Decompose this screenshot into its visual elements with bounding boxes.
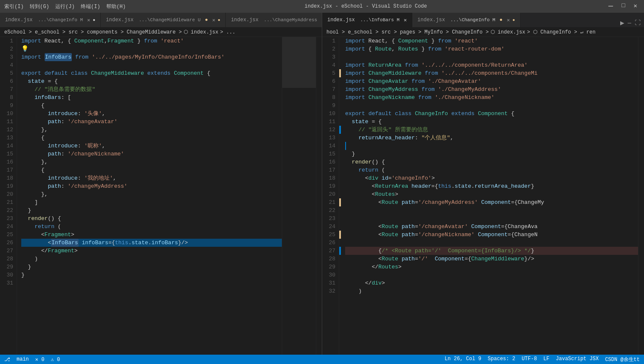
code-line: } xyxy=(345,150,638,158)
breadcrumb-sep: > ⬡ ChangeInfo > ↵ ren xyxy=(527,29,596,35)
code-line: ] xyxy=(21,198,282,206)
minimize-btn[interactable]: ─ xyxy=(606,2,616,11)
app-container: 索引(I) 转到(G) 运行(J) 终端(I) 帮助(H) index.jsx … xyxy=(0,0,644,364)
code-line: path: '/changeMyAddress' xyxy=(21,182,282,190)
window-controls[interactable]: ─ □ ✕ xyxy=(606,2,640,11)
code-line: <ReturnArea header={this.state.returnAre… xyxy=(345,182,638,190)
tab-path: ...\ChangeMiddleware U xyxy=(136,17,201,23)
code-line: } xyxy=(21,263,282,271)
breadcrumb-file: ⬡ index.jsx xyxy=(184,29,218,35)
language-mode: JavaScript JSX xyxy=(556,356,599,363)
code-line: import React, { Component } from 'react' xyxy=(345,37,638,45)
git-branch-icon: ⎇ xyxy=(4,356,10,363)
play-icon[interactable]: ▶ xyxy=(620,19,624,27)
tab-changemiddleware[interactable]: index.jsx ...\ChangeMiddleware U ● ✕ xyxy=(101,13,226,27)
git-branch-label: main xyxy=(17,356,29,362)
code-line: introduce: '昵称', xyxy=(21,142,282,150)
editor-split: index.jsx ...\ChangeInfo M ✕ index.jsx .… xyxy=(0,13,644,364)
split-icon[interactable]: — xyxy=(628,20,631,26)
code-line: state = { xyxy=(21,77,282,85)
tab-infobars-right[interactable]: index.jsx ...\InfoBars M ✕ xyxy=(322,13,412,27)
tab-close-icon[interactable]: ✕ xyxy=(404,17,407,23)
code-line: path: '/changeAvatar' xyxy=(21,118,282,126)
tab-path: ...\InfoBars M xyxy=(357,17,400,23)
code-line: state = { xyxy=(345,118,638,126)
code-line: export default class ChangeMiddleware ex… xyxy=(21,69,282,77)
maximize-btn[interactable]: □ xyxy=(619,2,627,11)
gutter-indicator-25 xyxy=(339,231,341,239)
right-code-area: 123 456 789 101112 131415 161718 192021 … xyxy=(322,37,644,364)
tab-changeinfo-right[interactable]: index.jsx ...\ChangeInfo M ● ✕ xyxy=(412,13,520,27)
code-line xyxy=(21,61,282,69)
tab-path: ...\ChangeInfo M xyxy=(448,17,495,23)
left-scrollbar[interactable] xyxy=(316,37,322,364)
tab-label: index.jsx xyxy=(417,17,445,23)
tab-close-icon[interactable]: ✕ xyxy=(507,17,510,23)
tab-label: index.jsx xyxy=(5,17,33,23)
code-line xyxy=(345,239,638,247)
code-line: 💡 xyxy=(21,45,282,53)
code-line: </Fragment> xyxy=(21,247,282,255)
editor-controls: ▶ — ⛶ xyxy=(617,19,644,27)
gutter-indicator-12 xyxy=(339,126,341,134)
left-breadcrumb: eSchool > e_school > src > components > … xyxy=(0,28,322,37)
cursor-position: Ln 26, Col 9 xyxy=(445,356,481,363)
code-line: <Route path='/changeMyAddress' Component… xyxy=(345,198,638,206)
code-line: ) xyxy=(21,255,282,263)
expand-icon[interactable]: ⛶ xyxy=(635,20,641,26)
tab-changemyaddress[interactable]: index.jsx ...\ChangeMyAddress ✕ xyxy=(226,13,322,27)
code-line xyxy=(345,206,638,214)
gutter-indicator-21 xyxy=(339,198,341,206)
code-line: <div id='changeInfo'> xyxy=(345,174,638,182)
code-line: render() { xyxy=(345,158,638,166)
code-line: { xyxy=(21,134,282,142)
code-line: export default class ChangeInfo extends … xyxy=(345,110,638,118)
code-line: } xyxy=(21,206,282,214)
code-line: } xyxy=(21,271,282,279)
code-line: import ReturnArea from '../../../compone… xyxy=(345,61,638,69)
code-line xyxy=(21,279,282,287)
tab-close-icon[interactable]: ✕ xyxy=(321,17,322,23)
title-bar: 索引(I) 转到(G) 运行(J) 终端(I) 帮助(H) index.jsx … xyxy=(0,0,644,13)
code-line: import ChangeMyAddress from './ChangeMyA… xyxy=(345,85,638,93)
code-line xyxy=(345,102,638,110)
minimap-viewport[interactable] xyxy=(282,37,316,88)
code-line: // "返回头" 所需要的信息 xyxy=(345,126,638,134)
tab-dot-icon: ● xyxy=(499,17,502,23)
tab-label: index.jsx xyxy=(327,17,355,23)
code-line: return ( xyxy=(345,166,638,174)
code-line: import InfoBars from '../../pages/MyInfo… xyxy=(21,53,282,61)
left-tab-bar: index.jsx ...\ChangeInfo M ✕ index.jsx .… xyxy=(0,13,322,28)
breadcrumb-text: hool > e_school > src > pages > MyInfo >… xyxy=(326,29,489,35)
right-scrollbar[interactable] xyxy=(638,37,644,364)
right-breadcrumb: hool > e_school > src > pages > MyInfo >… xyxy=(322,28,644,37)
menu-items: 索引(I) 转到(G) 运行(J) 终端(I) 帮助(H) xyxy=(4,3,126,10)
encoding: UTF-8 xyxy=(522,356,537,363)
code-line: }, xyxy=(21,158,282,166)
left-line-numbers: 123 456 789 101112 131415 161718 192021 … xyxy=(0,37,17,364)
code-line: import ChangeNickname from './ChangeNick… xyxy=(345,93,638,102)
code-line-comment: {/* <Route path='/' Component={InfoBars}… xyxy=(345,247,638,255)
close-btn[interactable]: ✕ xyxy=(631,2,640,11)
lightbulb-icon: 💡 xyxy=(21,45,28,53)
code-line: import React, { Component,Fragment } fro… xyxy=(21,37,282,45)
editor-panels: index.jsx ...\ChangeInfo M ✕ index.jsx .… xyxy=(0,13,644,364)
tab-label: index.jsx xyxy=(231,17,258,23)
gutter-indicator-27 xyxy=(339,247,341,255)
code-line: return ( xyxy=(21,223,282,231)
tab-close-icon[interactable]: ✕ xyxy=(87,17,90,23)
window-title: index.jsx - eSchool - Visual Studio Code xyxy=(129,3,603,9)
line-ending: LF xyxy=(543,356,549,363)
code-line: import ChangeAvatar from './ChangeAvatar… xyxy=(345,77,638,85)
right-tab-bar: index.jsx ...\InfoBars M ✕ index.jsx ...… xyxy=(322,13,644,28)
tab-changeinfo-left[interactable]: index.jsx ...\ChangeInfo M ✕ xyxy=(0,13,101,27)
tab-path: ...\ChangeInfo M xyxy=(35,17,83,23)
gutter-indicator-5 xyxy=(339,69,341,77)
tab-close-icon[interactable]: ✕ xyxy=(212,17,215,23)
code-line: <Route path='/changeAvatar' Component={C… xyxy=(345,223,638,231)
code-line xyxy=(345,53,638,61)
code-line: </div> xyxy=(345,279,638,287)
breadcrumb-file: ⬡ index.jsx xyxy=(491,29,525,35)
code-line: render() { xyxy=(21,214,282,223)
right-line-numbers: 123 456 789 101112 131415 161718 192021 … xyxy=(322,37,339,364)
